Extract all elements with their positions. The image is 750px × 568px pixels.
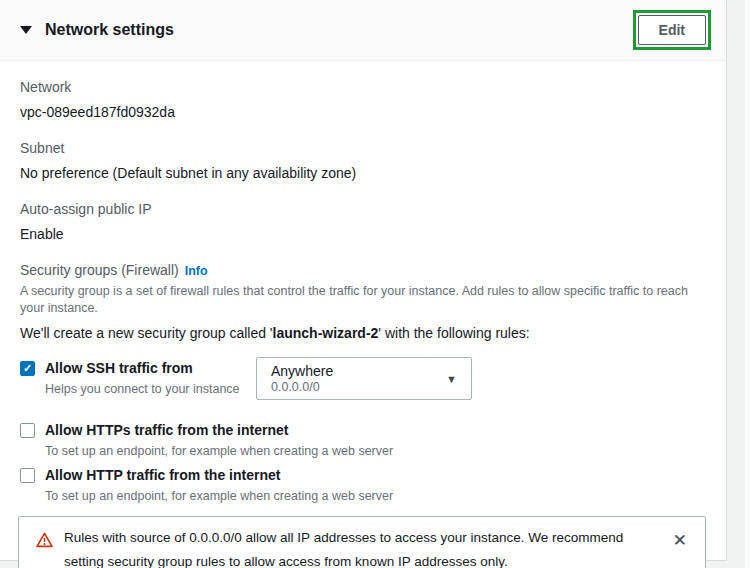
warning-text: Rules with source of 0.0.0.0/0 allow all…: [64, 526, 671, 568]
security-groups-label-row: Security groups (Firewall)Info: [20, 260, 706, 281]
dropdown-selected-value: Anywhere: [271, 363, 333, 380]
info-link[interactable]: Info: [185, 264, 208, 278]
security-groups-label: Security groups (Firewall): [20, 262, 179, 278]
ssh-source-dropdown-texts: Anywhere 0.0.0.0/0: [271, 363, 333, 395]
security-groups-description: A security group is a set of firewall ru…: [20, 283, 706, 317]
section-header: Network settings Edit: [0, 0, 726, 61]
dropdown-cidr-value: 0.0.0.0/0: [271, 380, 333, 395]
create-note-prefix: We'll create a new security group called…: [20, 325, 273, 341]
auto-assign-ip-value: Enable: [20, 224, 706, 244]
scrollbar-thumb[interactable]: [745, 0, 750, 568]
network-label: Network: [20, 77, 706, 97]
ssh-source-dropdown[interactable]: Anywhere 0.0.0.0/0 ▼: [256, 357, 472, 400]
security-group-name: launch-wizard-2: [273, 325, 379, 341]
warning-icon: [35, 531, 54, 549]
auto-assign-ip-label: Auto-assign public IP: [20, 199, 706, 219]
rule-http-text: Allow HTTP traffic from the internet To …: [45, 466, 393, 504]
section-header-left: Network settings: [20, 21, 174, 39]
section-body: Network vpc-089eed187fd0932da Subnet No …: [0, 77, 726, 568]
rule-ssh-sublabel: Helps you connect to your instance: [45, 381, 240, 397]
checkbox-https[interactable]: [20, 423, 35, 438]
close-icon[interactable]: ✕: [671, 530, 689, 551]
caret-down-icon: ▼: [446, 373, 457, 385]
network-settings-section: Network settings Edit Network vpc-089eed…: [0, 0, 727, 561]
edit-button-annotation: Edit: [633, 10, 711, 50]
subnet-label: Subnet: [20, 138, 706, 158]
section-title: Network settings: [45, 21, 174, 39]
network-value: vpc-089eed187fd0932da: [20, 102, 706, 122]
warning-alert: Rules with source of 0.0.0.0/0 allow all…: [18, 516, 706, 568]
rule-row-http: Allow HTTP traffic from the internet To …: [20, 466, 706, 504]
edit-button[interactable]: Edit: [638, 15, 706, 45]
rule-row-ssh: ✓ Allow SSH traffic from Helps you conne…: [20, 359, 706, 397]
create-note-suffix: ' with the following rules:: [378, 325, 529, 341]
checkbox-http[interactable]: [20, 468, 35, 483]
checkbox-ssh[interactable]: ✓: [20, 361, 35, 376]
subnet-value: No preference (Default subnet in any ava…: [20, 163, 706, 183]
rule-row-https: Allow HTTPs traffic from the internet To…: [20, 421, 706, 459]
rule-https-label: Allow HTTPs traffic from the internet: [45, 421, 393, 440]
collapse-triangle-icon[interactable]: [20, 26, 32, 34]
rule-ssh-label: Allow SSH traffic from: [45, 359, 240, 378]
rule-ssh-text: Allow SSH traffic from Helps you connect…: [45, 359, 240, 397]
rule-https-text: Allow HTTPs traffic from the internet To…: [45, 421, 393, 459]
create-security-group-note: We'll create a new security group called…: [20, 324, 706, 343]
rule-https-sublabel: To set up an endpoint, for example when …: [45, 443, 393, 459]
rule-http-sublabel: To set up an endpoint, for example when …: [45, 488, 393, 504]
rule-http-label: Allow HTTP traffic from the internet: [45, 466, 393, 485]
